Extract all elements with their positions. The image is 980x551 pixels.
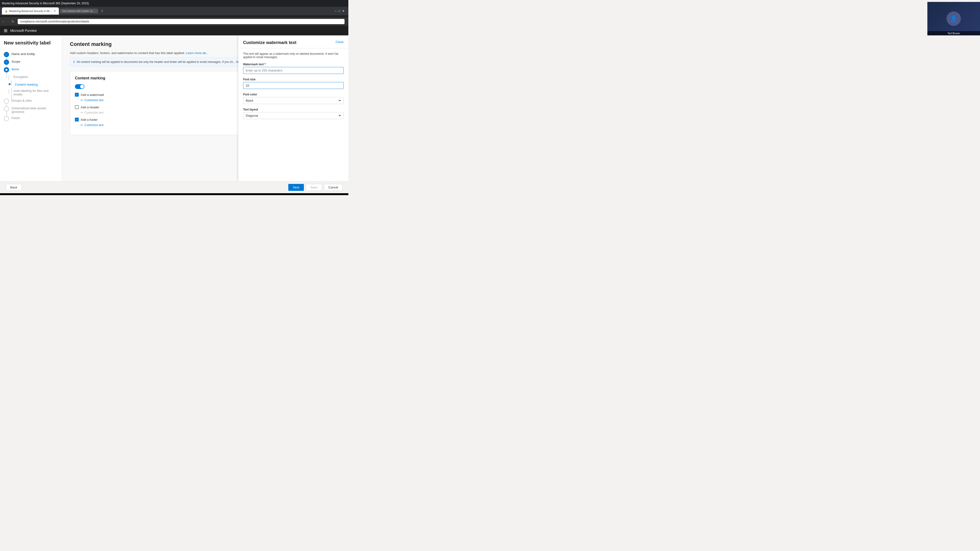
- cancel-button[interactable]: Cancel: [324, 184, 343, 191]
- watermark-customize-text: Customize text: [84, 98, 103, 102]
- new-tab-button[interactable]: +: [101, 9, 103, 13]
- browser-title-bar: Mastering Advanced Security in Microsoft…: [0, 0, 348, 7]
- app-container: ⊞ Microsoft Purview New sensitivity labe…: [0, 26, 348, 195]
- step-finish[interactable]: Finish: [4, 116, 58, 121]
- step-circle-groups: [4, 98, 9, 104]
- text-layout-label: Text layout: [243, 108, 344, 111]
- address-bar-row: ← → ↻ compliance.microsoft.com/informati…: [0, 17, 348, 26]
- tab-label: Mastering Advanced Security in Microsoft…: [9, 10, 52, 13]
- footer-customize-text: Customize text: [84, 124, 103, 127]
- header-customize-text: Customize text: [84, 111, 103, 114]
- pencil-icon-watermark: ✏: [81, 98, 83, 102]
- browser-chrome: Mastering Advanced Security in Microsoft…: [0, 0, 348, 17]
- address-text: compliance.microsoft.com/informationprot…: [20, 20, 89, 23]
- step-label-auto-labeling: Auto-labeling for files and emails: [13, 88, 58, 96]
- font-size-label: Font size: [243, 78, 344, 81]
- step-dot: [5, 69, 7, 71]
- side-panel-title: Customize watermark text: [243, 40, 296, 45]
- brand-name: Microsoft Purview: [10, 29, 37, 33]
- nav-refresh-button[interactable]: ↻: [11, 20, 14, 24]
- step-circle-finish: [4, 116, 9, 121]
- side-panel-description: This text will appear as a watermark onl…: [243, 52, 344, 59]
- step-label-name-tooltip: Name and tooltip: [11, 51, 35, 56]
- nav-back-button[interactable]: ←: [2, 20, 5, 24]
- step-label-schematized: Schematized data assets (preview): [11, 106, 58, 114]
- next-button[interactable]: Next: [288, 184, 304, 191]
- action-bar: Back Next Save Cancel: [0, 181, 348, 193]
- page-title: New sensitivity label: [4, 40, 58, 46]
- step-label-scope: Scope: [11, 59, 20, 64]
- checkmark-footer: ✓: [76, 118, 78, 121]
- font-color-field: Font color Black White Red Blue Green: [243, 93, 344, 104]
- tab2-label: Get started with insider risk m: [62, 10, 97, 13]
- text-layout-select[interactable]: Diagonal Horizontal: [243, 112, 344, 119]
- step-circle-scope: ✓: [4, 60, 9, 65]
- waffle-icon[interactable]: ⊞: [4, 28, 7, 33]
- side-panel: Customize watermark text Close This text…: [238, 35, 348, 181]
- step-circle-name-tooltip: ✓: [4, 52, 9, 57]
- watermark-label: Add a watermark: [81, 93, 104, 97]
- step-label-groups: Groups & sites: [11, 98, 32, 102]
- browser-title: Mastering Advanced Security in Microsoft…: [2, 2, 89, 5]
- step-items[interactable]: Items: [4, 67, 58, 73]
- step-scope[interactable]: ✓ Scope: [4, 59, 58, 65]
- checkmark-watermark: ✓: [76, 94, 78, 96]
- step-auto-labeling[interactable]: Auto-labeling for files and emails: [9, 88, 58, 96]
- stepper-sidebar: New sensitivity label ✓ Name and tooltip…: [0, 35, 62, 181]
- footer-label: Add a footer: [81, 118, 98, 121]
- top-nav: ⊞ Microsoft Purview: [0, 26, 348, 35]
- watermark-checkbox[interactable]: ✓: [75, 93, 79, 97]
- pencil-icon-footer: ✏: [81, 124, 83, 127]
- step-schematized[interactable]: Schematized data assets (preview): [4, 106, 58, 114]
- browser-tab-inactive[interactable]: Get started with insider risk m: [60, 9, 98, 13]
- pencil-icon-header: ✏: [81, 111, 83, 114]
- info-icon: ℹ: [73, 60, 75, 64]
- side-panel-header: Customize watermark text Close: [238, 35, 348, 48]
- step-name-tooltip[interactable]: ✓ Name and tooltip: [4, 51, 58, 57]
- font-size-field: Font size: [243, 78, 344, 89]
- checkmark-icon-2: ✓: [5, 61, 7, 64]
- font-color-select[interactable]: Black White Red Blue Green: [243, 97, 344, 104]
- watermark-text-input[interactable]: [243, 67, 344, 74]
- browser-tabs: 🔒 Mastering Advanced Security in Microso…: [0, 7, 348, 15]
- footer-checkbox[interactable]: ✓: [75, 118, 79, 121]
- back-button[interactable]: Back: [6, 184, 22, 191]
- tab-favicon: 🔒: [5, 10, 8, 13]
- font-color-label: Font color: [243, 93, 344, 96]
- browser-close[interactable]: ✕: [342, 10, 345, 13]
- header-label: Add a header: [81, 105, 99, 109]
- step-groups-sites[interactable]: Groups & sites: [4, 98, 58, 104]
- tab-close-icon[interactable]: ✕: [54, 10, 56, 13]
- browser-tab-active[interactable]: 🔒 Mastering Advanced Security in Microso…: [2, 7, 59, 14]
- browser-minimize[interactable]: –: [335, 10, 337, 13]
- watermark-text-label: Watermark text *: [243, 63, 344, 66]
- step-encryption[interactable]: Encryption: [9, 75, 58, 80]
- step-content-marking[interactable]: Content marking: [9, 82, 58, 86]
- content-marking-toggle[interactable]: [75, 84, 84, 89]
- step-circle-schematized: [4, 106, 9, 111]
- step-label-items: Items: [11, 67, 19, 71]
- video-bar: ▶ ⏭ 🔇 9:22 / 29:23 ⚙ CC HD ⤢: [0, 193, 348, 195]
- nav-forward-button[interactable]: →: [7, 20, 10, 24]
- text-layout-field: Text layout Diagonal Horizontal: [243, 108, 344, 119]
- side-panel-body: This text will appear as a watermark onl…: [238, 48, 348, 181]
- watermark-text-field: Watermark text *: [243, 63, 344, 74]
- font-size-input[interactable]: [243, 82, 344, 89]
- address-bar[interactable]: compliance.microsoft.com/informationprot…: [18, 19, 345, 24]
- save-button: Save: [306, 184, 322, 191]
- step-label-encryption: Encryption: [13, 75, 28, 79]
- browser-maximize[interactable]: □: [339, 10, 340, 13]
- checkmark-icon: ✓: [5, 53, 7, 56]
- page-layout: New sensitivity label ✓ Name and tooltip…: [0, 35, 348, 181]
- header-checkbox[interactable]: [75, 105, 79, 109]
- step-circle-items: [4, 67, 9, 73]
- side-panel-close-button[interactable]: Close: [336, 40, 344, 44]
- step-label-finish: Finish: [11, 116, 20, 120]
- learn-more-link[interactable]: Learn more ab...: [186, 51, 208, 55]
- step-label-content-marking: Content marking: [15, 82, 38, 86]
